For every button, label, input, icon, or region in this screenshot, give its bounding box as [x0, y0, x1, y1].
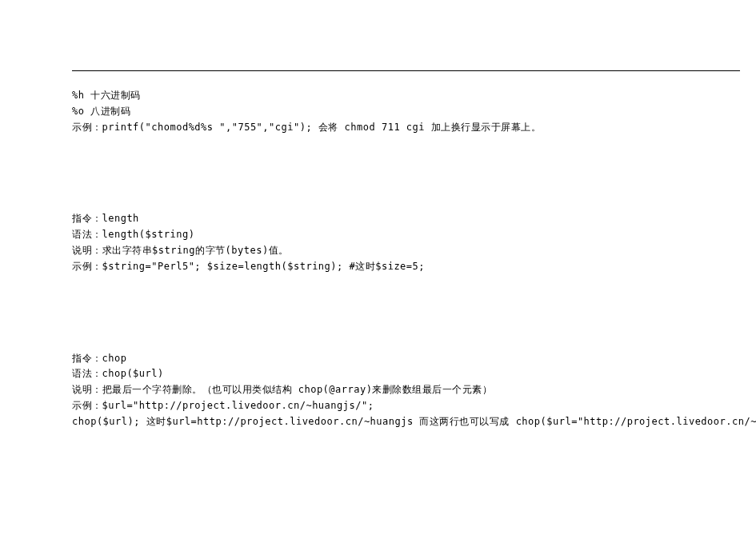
text-line: 示例：$string="Perl5"; $size=length($string…	[72, 259, 684, 275]
code-block-chop: 指令：chop 语法：chop($url) 说明：把最后一个字符删除。（也可以用…	[72, 351, 684, 430]
text-line: %h 十六进制码	[72, 88, 684, 104]
text-line: %o 八进制码	[72, 104, 684, 120]
text-line: 指令：length	[72, 211, 684, 227]
text-line: 语法：chop($url)	[72, 366, 684, 382]
text-line: 示例：$url="http://project.livedoor.cn/~hua…	[72, 398, 684, 414]
document-body: %h 十六进制码 %o 八进制码 示例：printf("chomod%d%s "…	[72, 88, 684, 430]
section-gap	[72, 275, 684, 351]
text-line: 示例：printf("chomod%d%s ","755","cgi"); 会将…	[72, 120, 684, 136]
text-line: 说明：把最后一个字符删除。（也可以用类似结构 chop(@array)来删除数组…	[72, 382, 684, 398]
text-line: 指令：chop	[72, 351, 684, 367]
text-line: 说明：求出字符串$string的字节(bytes)值。	[72, 243, 684, 259]
code-block-length: 指令：length 语法：length($string) 说明：求出字符串$st…	[72, 211, 684, 274]
code-block-printf: %h 十六进制码 %o 八进制码 示例：printf("chomod%d%s "…	[72, 88, 684, 135]
document-page: %h 十六进制码 %o 八进制码 示例：printf("chomod%d%s "…	[0, 0, 756, 462]
horizontal-rule	[72, 70, 740, 71]
section-gap	[72, 135, 684, 211]
text-line: chop($url); 这时$url=http://project.livedo…	[72, 414, 684, 430]
text-line: 语法：length($string)	[72, 227, 684, 243]
